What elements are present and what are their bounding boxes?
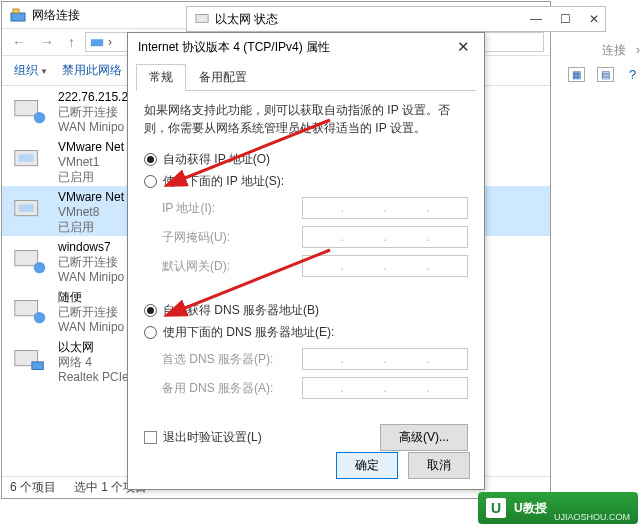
- radio-ip-manual[interactable]: 使用下面的 IP 地址(S):: [144, 173, 468, 190]
- label-mask: 子网掩码(U):: [162, 229, 302, 246]
- ethernet-status-title: 以太网 状态: [215, 11, 278, 28]
- svg-rect-11: [15, 301, 38, 316]
- dialog-footer: 确定 取消: [336, 452, 470, 479]
- view-icons: ▦ ▤ ?: [568, 66, 639, 83]
- mask-input: ...: [302, 226, 468, 248]
- label-dns2: 备用 DNS 服务器(A):: [162, 380, 302, 397]
- watermark: U U教授 UJIAOSHOU.COM: [478, 492, 638, 524]
- svg-rect-2: [91, 39, 103, 46]
- address-icon: [90, 34, 104, 51]
- view-list-icon[interactable]: ▤: [597, 67, 614, 82]
- label-ip: IP 地址(I):: [162, 200, 302, 217]
- ipv4-properties-dialog: Internet 协议版本 4 (TCP/IPv4) 属性 ✕ 常规 备用配置 …: [127, 32, 485, 490]
- minimize-icon[interactable]: —: [530, 12, 542, 26]
- dns1-input: ...: [302, 348, 468, 370]
- ok-button[interactable]: 确定: [336, 452, 398, 479]
- close-icon[interactable]: ✕: [589, 12, 599, 26]
- radio-ip-auto[interactable]: 自动获得 IP 地址(O): [144, 151, 468, 168]
- dns-fields: 首选 DNS 服务器(P):... 备用 DNS 服务器(A):...: [144, 348, 468, 412]
- cancel-button[interactable]: 取消: [408, 452, 470, 479]
- watermark-logo-icon: U: [486, 498, 506, 518]
- label-gateway: 默认网关(D):: [162, 258, 302, 275]
- radio-dns-auto-label: 自动获得 DNS 服务器地址(B): [163, 302, 319, 319]
- svg-rect-8: [19, 204, 34, 212]
- nav-forward[interactable]: →: [36, 34, 58, 50]
- radio-dns-manual-label: 使用下面的 DNS 服务器地址(E):: [163, 324, 334, 341]
- radio-icon: [144, 175, 157, 188]
- radio-ip-manual-label: 使用下面的 IP 地址(S):: [163, 173, 284, 190]
- gateway-input: ...: [302, 255, 468, 277]
- dialog-titlebar: Internet 协议版本 4 (TCP/IPv4) 属性 ✕: [128, 33, 484, 61]
- wan-icon: [10, 90, 50, 130]
- search-label: 连接: [602, 42, 626, 59]
- status-count: 6 个项目: [10, 479, 56, 496]
- radio-ip-auto-label: 自动获得 IP 地址(O): [163, 151, 270, 168]
- dialog-body: 如果网络支持此功能，则可以获取自动指派的 IP 设置。否则，你需要从网络系统管理…: [128, 91, 484, 461]
- svg-point-12: [34, 312, 45, 323]
- svg-rect-3: [15, 101, 38, 116]
- dialog-description: 如果网络支持此功能，则可以获取自动指派的 IP 设置。否则，你需要从网络系统管理…: [144, 101, 468, 137]
- ethernet-icon: [10, 340, 50, 380]
- svg-rect-15: [196, 14, 208, 22]
- svg-point-4: [34, 112, 45, 123]
- watermark-url: UJIAOSHOU.COM: [554, 512, 630, 522]
- svg-rect-9: [15, 251, 38, 266]
- network-folder-icon: [10, 7, 26, 23]
- cmd-disable-device[interactable]: 禁用此网络: [62, 62, 122, 79]
- tabs: 常规 备用配置: [136, 63, 476, 91]
- radio-dns-auto[interactable]: 自动获得 DNS 服务器地址(B): [144, 302, 468, 319]
- svg-point-10: [34, 262, 45, 273]
- maximize-icon[interactable]: ☐: [560, 12, 571, 26]
- dialog-title: Internet 协议版本 4 (TCP/IPv4) 属性: [138, 39, 453, 56]
- help-icon[interactable]: ?: [626, 66, 639, 83]
- vmnet-icon: [10, 140, 50, 180]
- ip-input: ...: [302, 197, 468, 219]
- radio-icon: [144, 153, 157, 166]
- svg-rect-1: [13, 9, 19, 13]
- advanced-button[interactable]: 高级(V)...: [380, 424, 468, 451]
- advanced-row: 退出时验证设置(L) 高级(V)...: [144, 424, 468, 451]
- vmnet-icon: [10, 190, 50, 230]
- checkbox-icon: [144, 431, 157, 444]
- cmd-organize[interactable]: 组织▼: [14, 62, 48, 79]
- radio-icon: [144, 304, 157, 317]
- label-dns1: 首选 DNS 服务器(P):: [162, 351, 302, 368]
- svg-rect-0: [11, 13, 25, 21]
- ip-fields: IP 地址(I):... 子网掩码(U):... 默认网关(D):...: [144, 197, 468, 290]
- wan-icon: [10, 240, 50, 280]
- svg-rect-6: [19, 154, 34, 162]
- checkbox-validate[interactable]: 退出时验证设置(L): [144, 429, 262, 446]
- close-icon[interactable]: ✕: [453, 38, 474, 56]
- radio-dns-manual[interactable]: 使用下面的 DNS 服务器地址(E):: [144, 324, 468, 341]
- tab-general[interactable]: 常规: [136, 64, 186, 91]
- view-tiles-icon[interactable]: ▦: [568, 67, 585, 82]
- dns2-input: ...: [302, 377, 468, 399]
- ethernet-status-window: 以太网 状态 — ☐ ✕: [186, 6, 606, 32]
- nav-up[interactable]: ↑: [64, 34, 79, 50]
- nav-back[interactable]: ←: [8, 34, 30, 50]
- wan-icon: [10, 290, 50, 330]
- radio-icon: [144, 326, 157, 339]
- watermark-brand: U教授: [514, 500, 547, 517]
- svg-rect-14: [32, 362, 43, 370]
- tab-alternate[interactable]: 备用配置: [186, 64, 260, 91]
- ethernet-status-icon: [195, 11, 209, 28]
- search-fragment: 连接 ›: [520, 36, 640, 64]
